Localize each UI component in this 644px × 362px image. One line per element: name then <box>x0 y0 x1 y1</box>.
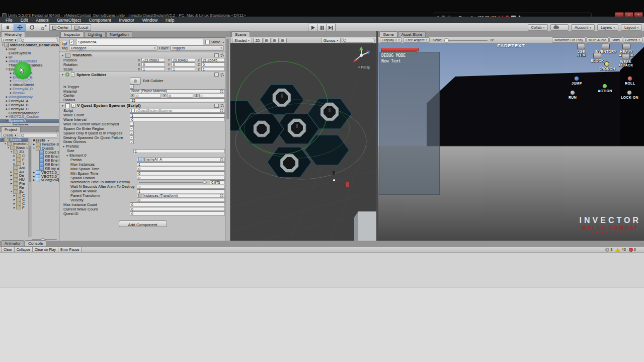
scene-orientation-gizmo[interactable] <box>350 45 372 65</box>
y-value-field[interactable]: 29.69463 <box>172 58 195 62</box>
object-picker-icon[interactable] <box>220 158 223 162</box>
static-toggle[interactable]: Static▾ <box>205 40 224 44</box>
foldout-arrow-icon[interactable]: ▶ <box>5 100 9 102</box>
foldout-arrow-icon[interactable]: ▶ <box>5 60 9 62</box>
component-enabled-checkbox[interactable]: ✓ <box>71 73 75 77</box>
project-tree-scrollbar[interactable] <box>29 138 32 237</box>
foldout-arrow-icon[interactable]: ▶ <box>10 178 13 181</box>
component-enabled-checkbox[interactable]: ✓ <box>71 104 75 108</box>
z-value-field[interactable]: 21.86645 <box>201 58 225 62</box>
tab-hierarchy[interactable]: Hierarchy <box>1 31 25 37</box>
panel-menu-icon[interactable]: ≡ <box>55 129 59 132</box>
scrollbar-thumb[interactable] <box>29 146 31 182</box>
foldout-arrow-icon[interactable]: ▶ <box>9 84 13 86</box>
foldout-arrow-icon[interactable]: ▶ <box>9 80 13 82</box>
text-field[interactable]: 1 <box>137 189 225 193</box>
object-field[interactable]: vQuestSystemSpawner <box>130 109 225 113</box>
text-field[interactable]: 0 <box>137 167 225 171</box>
tab-scene[interactable]: Scene <box>231 31 250 37</box>
foldout-arrow-icon[interactable]: ▶ <box>13 163 16 165</box>
tab-inspector[interactable]: Inspector <box>60 31 84 37</box>
slider-value-field[interactable]: 0.975 <box>210 180 225 184</box>
panel-menu-icon[interactable]: ≡ <box>55 34 59 37</box>
console-warning-toggle[interactable]: 43 <box>615 247 625 252</box>
gear-icon[interactable] <box>220 53 224 57</box>
panel-menu-icon[interactable]: ≡ <box>640 243 644 246</box>
x-value-field[interactable]: 0 <box>141 62 165 66</box>
foldout-arrow-icon[interactable]: ▶ <box>32 171 36 174</box>
menu-window[interactable]: Window <box>139 18 161 23</box>
foldout-arrow-icon[interactable]: ▶ <box>10 182 13 185</box>
foldout-arrow-icon[interactable]: ▶ <box>32 175 36 178</box>
2d-toggle[interactable]: 2D <box>253 38 263 43</box>
foldout-arrow-icon[interactable]: ▶ <box>5 96 9 98</box>
text-field[interactable]: 0 <box>137 176 225 180</box>
hierarchy-item-enemyai-d[interactable]: ▶EnemyAI_D <box>0 87 59 91</box>
game-stats-button[interactable]: Stats <box>609 37 622 43</box>
x-value-field[interactable]: -23.05883 <box>141 58 165 62</box>
text-field[interactable]: 0 <box>130 211 225 215</box>
panel-menu-icon[interactable]: ≡ <box>226 34 230 37</box>
game-maximize-on-play-button[interactable]: Maximize On Play <box>552 37 585 43</box>
foldout-arrow-icon[interactable]: ▶ <box>5 48 9 50</box>
inspector-scrollbar[interactable] <box>225 37 230 241</box>
text-field[interactable]: 1 <box>137 162 225 166</box>
text-field[interactable]: 0 <box>130 207 225 211</box>
object-field[interactable]: None (Physic Material) <box>130 89 225 93</box>
foldout-arrow-icon[interactable]: ▼ <box>66 154 68 157</box>
y-value-field[interactable]: 1 <box>172 67 195 71</box>
text-field[interactable]: 0 <box>137 171 225 175</box>
toolbar-account-dropdown[interactable]: Account▾ <box>571 24 595 31</box>
checkbox[interactable]: ✓ <box>130 126 134 130</box>
gear-icon[interactable] <box>220 104 224 107</box>
foldout-arrow-icon[interactable]: ▼ <box>4 142 7 145</box>
foldout-arrow-icon[interactable]: ▼ <box>1 44 5 46</box>
y-value-field[interactable]: 0 <box>172 62 195 66</box>
foldout-arrow-icon[interactable]: ▶ <box>5 104 9 106</box>
foldout-arrow-icon[interactable]: ▶ <box>13 202 16 205</box>
checkbox[interactable] <box>130 122 134 126</box>
foldout-arrow-icon[interactable]: ▶ <box>32 179 36 181</box>
slider-track[interactable] <box>139 182 207 183</box>
transform-component-header[interactable]: ▼ Transform <box>59 52 226 58</box>
scale-slider[interactable] <box>444 40 488 41</box>
foldout-arrow-icon[interactable]: ▼ <box>10 190 13 193</box>
project-folder-f[interactable]: ▶F <box>0 205 28 209</box>
object-field[interactable]: Instances (Transform) <box>137 194 225 198</box>
foldout-arrow-icon[interactable]: ▶ <box>9 88 13 90</box>
step-button[interactable] <box>326 24 336 31</box>
foldout-arrow-icon[interactable]: ▼ <box>61 104 64 107</box>
text-field[interactable]: 1 <box>133 149 225 153</box>
foldout-arrow-icon[interactable]: ▶ <box>13 194 16 197</box>
scrollbar-thumb[interactable] <box>226 39 229 119</box>
cloud-services-button[interactable] <box>550 24 569 31</box>
foldout-arrow-icon[interactable]: ▼ <box>10 151 13 153</box>
text-field[interactable]: 0 <box>130 117 225 121</box>
tab-lighting[interactable]: Lighting <box>85 31 106 37</box>
object-picker-icon[interactable] <box>220 194 223 197</box>
text-field[interactable]: 15 <box>130 98 225 102</box>
gameobject-name-field[interactable]: SpawnerA <box>76 39 203 45</box>
foldout-arrow-icon[interactable]: ▶ <box>10 171 13 173</box>
edit-collider-button[interactable] <box>130 78 141 85</box>
scene-search-input[interactable] <box>342 38 375 43</box>
gear-icon[interactable] <box>220 73 224 77</box>
foldout-arrow-icon[interactable]: ▼ <box>7 147 10 149</box>
layer-dropdown[interactable]: Triggers▾ <box>170 45 224 51</box>
checkbox[interactable]: ✓ <box>130 85 134 89</box>
foldout-arrow-icon[interactable]: ▶ <box>32 143 36 146</box>
scale-tool-icon[interactable] <box>38 24 50 31</box>
hierarchy-item-instances[interactable]: Instances <box>0 123 59 125</box>
foldout-arrow-icon[interactable]: ▶ <box>9 76 13 79</box>
foldout-arrow-icon[interactable]: ▶ <box>9 72 13 75</box>
quest-spawner-header[interactable]: ▼ ✓ V Quest System Spawner (Script) <box>59 102 226 108</box>
pivot-toggle[interactable]: Center <box>49 24 72 31</box>
foldout-arrow-icon[interactable]: ▼ <box>1 138 4 141</box>
create-button[interactable]: Create ▾ <box>1 133 18 138</box>
sphere-collider-header[interactable]: ▼ ✓ Sphere Collider <box>59 71 226 78</box>
foldout-arrow-icon[interactable]: ▼ <box>5 119 9 122</box>
foldout-arrow-icon[interactable]: ▶ <box>13 206 16 209</box>
tag-dropdown[interactable]: Untagged▾ <box>69 45 157 51</box>
console-info-toggle[interactable]: !3 <box>605 247 612 252</box>
console-error-toggle[interactable]: !0 <box>629 247 636 252</box>
